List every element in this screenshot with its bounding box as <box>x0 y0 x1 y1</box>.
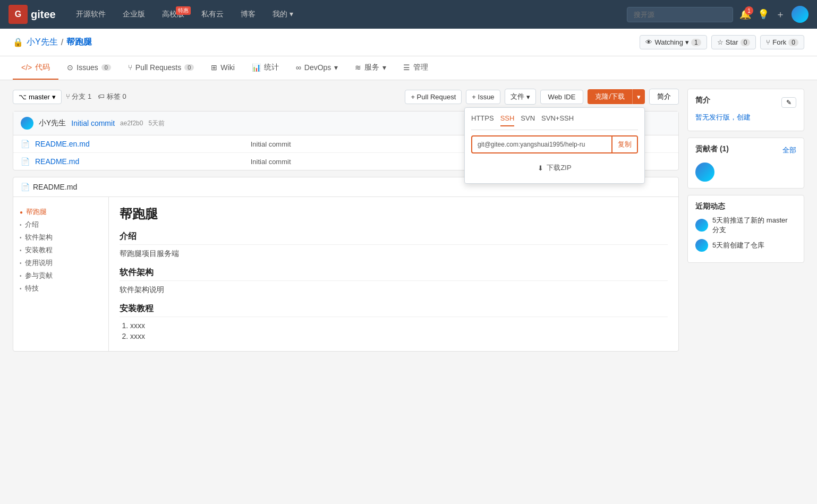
commit-message[interactable]: Initial commit <box>71 119 115 127</box>
readme-icon: 📄 <box>21 183 30 191</box>
watching-count: 1 <box>691 39 701 46</box>
readme-content: ● 帮跑腿 • 介绍 • 软件架构 • 安装教程 <box>13 197 678 351</box>
toc-item-1[interactable]: • 介绍 <box>20 218 102 231</box>
sidebar-activity: 近期动态 5天前推送了新的 master 分支 5天前创建了仓库 <box>687 195 804 263</box>
tab-devops-label: DevOps <box>304 63 331 72</box>
nav-blog[interactable]: 博客 <box>233 5 263 23</box>
readme-intro-text: 帮跑腿项目服务端 <box>120 249 668 259</box>
watching-button[interactable]: 👁 Watching ▾ 1 <box>640 35 707 49</box>
search-input[interactable] <box>627 7 733 22</box>
tab-pr-label: Pull Requests <box>135 63 181 72</box>
bulb-icon[interactable]: 💡 <box>758 8 769 20</box>
commit-hash[interactable]: ae2f2b0 <box>120 119 143 127</box>
main-content: ⌥ master ▾ ⑂ 分支 1 🏷 标签 0 + Pull Request … <box>0 80 817 360</box>
clone-tab-ssh[interactable]: SSH <box>500 114 515 126</box>
tab-wiki-label: Wiki <box>220 63 234 72</box>
toc-item-2[interactable]: • 软件架构 <box>20 231 102 244</box>
toc-item-0[interactable]: ● 帮跑腿 <box>20 206 102 218</box>
clone-button[interactable]: 克隆/下载 <box>588 89 632 104</box>
nav-mine[interactable]: 我的 ▾ <box>265 5 301 23</box>
file-name-1[interactable]: README.md <box>35 157 245 166</box>
download-label: 下载ZIP <box>547 163 571 173</box>
clone-arrow-button[interactable]: ▾ <box>632 89 645 104</box>
toc-bullet-2: • <box>20 235 22 241</box>
pull-request-button[interactable]: + Pull Request <box>405 90 462 104</box>
clone-tab-svn[interactable]: SVN <box>521 114 535 126</box>
tab-services[interactable]: ≋ 服务 ▾ <box>346 56 395 80</box>
readme-filename: README.md <box>33 183 77 191</box>
readme-section-install: 安装教程 <box>120 303 668 317</box>
nav-opensource[interactable]: 开源软件 <box>69 5 113 23</box>
toc-item-3[interactable]: • 安装教程 <box>20 244 102 257</box>
clone-url-input[interactable] <box>472 138 611 151</box>
pr-count: 0 <box>184 64 194 71</box>
readme-section-intro: 介绍 <box>120 231 668 245</box>
repo-name[interactable]: 帮跑腿 <box>66 37 92 48</box>
logo-icon: G <box>8 5 28 24</box>
issues-count: 0 <box>101 64 111 71</box>
toc-active-dot: ● <box>20 209 23 215</box>
toc-bullet-3: • <box>20 247 22 253</box>
intro-section-label: 简介 <box>695 96 710 105</box>
branch-name: master <box>29 93 50 101</box>
toc-bullet-5: • <box>20 273 22 279</box>
tab-devops[interactable]: ∞ DevOps ▾ <box>287 57 347 79</box>
activity-text-0: 5天前推送了新的 master 分支 <box>712 216 796 235</box>
readme-title: 帮跑腿 <box>120 206 668 223</box>
path-separator: / <box>61 38 63 47</box>
repo-actions: 👁 Watching ▾ 1 ☆ Star 0 ⑂ Fork 0 <box>640 35 804 49</box>
branch-info: ⑂ 分支 1 🏷 标签 0 <box>66 92 126 101</box>
devops-icon: ∞ <box>296 63 301 72</box>
clone-panel: HTTPS SSH SVN SVN+SSH 复制 ⬇ 下载ZIP <box>464 107 645 184</box>
tab-admin[interactable]: ☰ 管理 <box>395 56 437 80</box>
readme-toc: ● 帮跑腿 • 介绍 • 软件架构 • 安装教程 <box>13 197 109 351</box>
intro-button[interactable]: 简介 <box>649 89 679 105</box>
stats-icon: 📊 <box>252 63 261 72</box>
tab-issues[interactable]: ⊙ Issues 0 <box>58 57 120 79</box>
tab-pr[interactable]: ⑂ Pull Requests 0 <box>120 57 203 79</box>
nav-mine-label: 我的 <box>273 10 287 18</box>
issue-button[interactable]: + Issue <box>466 90 500 104</box>
clone-tab-svnssh[interactable]: SVN+SSH <box>541 114 574 126</box>
brand-logo[interactable]: G gitee <box>8 5 56 24</box>
notification-count: 1 <box>745 6 753 15</box>
file-button[interactable]: 文件 ▾ <box>505 89 536 105</box>
toc-item-6[interactable]: • 特技 <box>20 282 102 295</box>
no-release-text[interactable]: 暂无发行版，创建 <box>695 113 796 122</box>
download-zip-button[interactable]: ⬇ 下载ZIP <box>471 159 638 177</box>
watching-arrow: ▾ <box>685 38 689 46</box>
nav-enterprise[interactable]: 企业版 <box>115 5 152 23</box>
clone-copy-button[interactable]: 复制 <box>611 136 637 152</box>
tab-code[interactable]: </> 代码 <box>13 56 58 80</box>
intro-edit-button[interactable]: ✎ <box>781 97 796 108</box>
clone-tab-https[interactable]: HTTPS <box>471 114 494 126</box>
activity-item-1: 5天前创建了仓库 <box>695 239 796 252</box>
star-label: Star <box>726 38 738 46</box>
webide-button[interactable]: Web IDE <box>540 90 584 104</box>
lock-icon: 🔒 <box>13 37 23 47</box>
school-badge: 特惠 <box>176 6 191 15</box>
plus-icon[interactable]: ＋ <box>776 8 785 21</box>
star-button[interactable]: ☆ Star 0 <box>711 35 756 49</box>
branch-selector[interactable]: ⌥ master ▾ <box>13 90 62 104</box>
devops-arrow: ▾ <box>334 63 338 72</box>
contributor-avatar-0[interactable] <box>695 163 714 182</box>
fork-button[interactable]: ⑂ Fork 0 <box>760 35 804 49</box>
notification-bell[interactable]: 🔔 1 <box>739 8 751 20</box>
toc-item-5[interactable]: • 参与贡献 <box>20 269 102 282</box>
branch-bar: ⌥ master ▾ ⑂ 分支 1 🏷 标签 0 + Pull Request … <box>13 89 679 105</box>
tab-wiki[interactable]: ⊞ Wiki <box>202 57 243 79</box>
user-avatar-nav[interactable] <box>792 6 809 23</box>
contributors-all-link[interactable]: 全部 <box>782 146 796 155</box>
readme-arch-text: 软件架构说明 <box>120 285 668 295</box>
file-name-0[interactable]: README.en.md <box>35 140 245 148</box>
activity-avatar-0 <box>695 219 708 232</box>
toc-item-4[interactable]: • 使用说明 <box>20 257 102 269</box>
nav-private[interactable]: 私有云 <box>194 5 231 23</box>
repo-main: ⌥ master ▾ ⑂ 分支 1 🏷 标签 0 + Pull Request … <box>13 89 679 352</box>
repo-owner[interactable]: 小Y先生 <box>27 37 58 48</box>
repo-header: 🔒 小Y先生 / 帮跑腿 👁 Watching ▾ 1 ☆ Star 0 ⑂ F… <box>0 29 817 56</box>
nav-school[interactable]: 高校版 特惠 <box>155 5 192 23</box>
branch-icon: ⌥ <box>19 93 27 101</box>
tab-stats[interactable]: 📊 统计 <box>243 56 287 80</box>
